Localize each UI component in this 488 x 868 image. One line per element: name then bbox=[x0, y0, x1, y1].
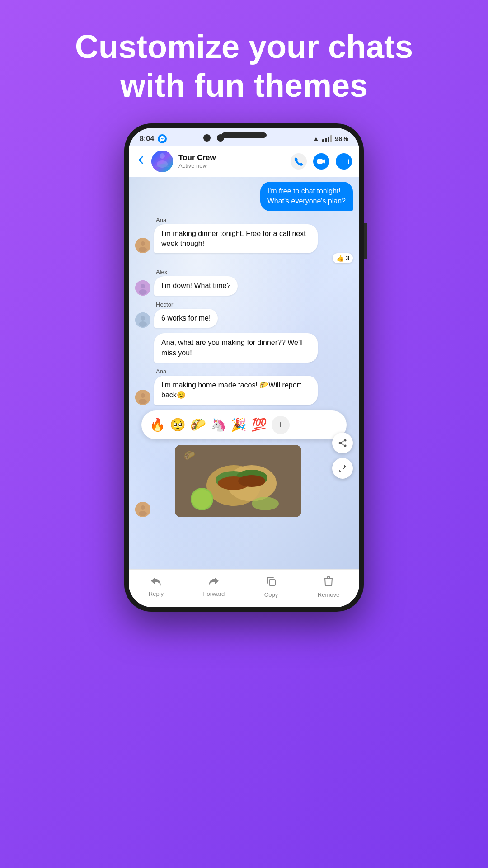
svg-point-17 bbox=[139, 399, 147, 404]
headline-line1: Customize your chats bbox=[75, 28, 413, 65]
signal-bars bbox=[322, 135, 332, 142]
wifi-icon: ▲ bbox=[313, 135, 319, 142]
info-button[interactable]: i i bbox=[336, 153, 352, 170]
food-image: 🌮 bbox=[175, 445, 301, 517]
status-right: ▲ 98% bbox=[313, 135, 348, 142]
reply-icon bbox=[150, 576, 162, 589]
header-actions: i i bbox=[291, 153, 352, 170]
message-bubble-ana-1: I'm making dinner tonight. Free for a ca… bbox=[154, 224, 318, 254]
svg-point-19 bbox=[141, 505, 145, 510]
group-name: Tour Crew bbox=[178, 153, 285, 162]
emoji-pleading[interactable]: 🥺 bbox=[170, 417, 186, 432]
battery-display: 98% bbox=[335, 135, 348, 142]
svg-point-8 bbox=[139, 247, 147, 252]
avatar-ana-food bbox=[135, 502, 150, 517]
reply-action[interactable]: Reply bbox=[149, 576, 164, 598]
share-button[interactable] bbox=[332, 433, 353, 453]
chat-area: I'm free to chat tonight!What's everyone… bbox=[129, 177, 359, 569]
copy-action[interactable]: Copy bbox=[264, 576, 278, 598]
svg-point-20 bbox=[139, 511, 147, 516]
message-group-hector-2: Ana, what are you making for dinner?? We… bbox=[135, 333, 353, 363]
message-row: Ana, what are you making for dinner?? We… bbox=[135, 333, 353, 363]
sender-name-alex: Alex bbox=[156, 269, 353, 275]
svg-point-10 bbox=[141, 284, 145, 288]
reply-label: Reply bbox=[149, 590, 164, 597]
video-call-button[interactable] bbox=[313, 153, 329, 170]
call-button[interactable] bbox=[291, 153, 307, 170]
status-left: 8:04 bbox=[140, 134, 167, 143]
phone-screen: 8:04 ▲ 98% bbox=[129, 128, 359, 607]
phone-side-button bbox=[364, 223, 367, 259]
copy-label: Copy bbox=[264, 591, 278, 598]
svg-point-7 bbox=[141, 241, 145, 246]
svg-point-31 bbox=[252, 497, 279, 510]
avatar-alex bbox=[135, 280, 150, 296]
forward-label: Forward bbox=[203, 590, 225, 597]
avatar-ana-2 bbox=[135, 390, 150, 405]
time-display: 8:04 bbox=[140, 135, 154, 143]
svg-point-28 bbox=[238, 475, 265, 487]
avatar-hector bbox=[135, 312, 150, 328]
food-image-content: 🌮 bbox=[175, 445, 301, 517]
food-image-row: 🌮 bbox=[135, 445, 353, 517]
message-bubble-alex: I'm down! What time? bbox=[154, 276, 238, 295]
message-bubble-hector-1: 6 works for me! bbox=[154, 309, 218, 328]
svg-text:🌮: 🌮 bbox=[184, 450, 195, 461]
message-out-1: I'm free to chat tonight!What's everyone… bbox=[135, 182, 353, 211]
svg-line-36 bbox=[341, 441, 344, 443]
chat-messages: I'm free to chat tonight!What's everyone… bbox=[129, 177, 359, 522]
forward-icon bbox=[208, 576, 220, 589]
group-avatar[interactable] bbox=[151, 151, 173, 172]
phone-body: 8:04 ▲ 98% bbox=[124, 123, 364, 612]
message-group-ana-1: Ana I'm making dinner tonight. Free for … bbox=[135, 217, 353, 264]
phone-speaker bbox=[221, 132, 267, 138]
remove-icon bbox=[324, 576, 333, 590]
message-bubble-ana-2: I'm making home made tacos! 🌮Will report… bbox=[154, 376, 318, 405]
message-row: I'm down! What time? bbox=[135, 276, 353, 295]
phone-camera-left bbox=[203, 134, 211, 142]
emoji-add-button[interactable]: + bbox=[272, 416, 290, 434]
edit-button[interactable] bbox=[332, 458, 353, 479]
emoji-taco[interactable]: 🌮 bbox=[190, 417, 206, 432]
sender-name-ana-2: Ana bbox=[156, 368, 353, 375]
group-info: Tour Crew Active now bbox=[178, 153, 285, 169]
phone-mockup: 8:04 ▲ 98% bbox=[122, 123, 366, 868]
remove-action[interactable]: Remove bbox=[318, 576, 339, 598]
svg-point-11 bbox=[139, 289, 147, 295]
svg-point-33 bbox=[344, 439, 347, 441]
svg-point-2 bbox=[160, 153, 165, 159]
message-group-ana-2: Ana I'm making home made tacos! 🌮Will re… bbox=[135, 368, 353, 405]
svg-line-37 bbox=[341, 443, 344, 445]
emoji-100[interactable]: 💯 bbox=[251, 417, 267, 432]
outgoing-message-bubble: I'm free to chat tonight!What's everyone… bbox=[260, 182, 353, 211]
copy-icon bbox=[266, 576, 277, 590]
group-status: Active now bbox=[178, 162, 285, 169]
reaction-badge: 👍 3 bbox=[333, 253, 353, 263]
svg-point-35 bbox=[344, 444, 347, 447]
chat-header: Tour Crew Active now bbox=[129, 146, 359, 177]
svg-rect-38 bbox=[269, 580, 275, 585]
message-bubble-hector-2: Ana, what are you making for dinner?? We… bbox=[154, 333, 318, 363]
message-row: 6 works for me! bbox=[135, 309, 353, 328]
emoji-unicorn[interactable]: 🦄 bbox=[211, 417, 226, 432]
svg-point-34 bbox=[339, 442, 341, 444]
svg-point-14 bbox=[139, 321, 147, 327]
sender-name-ana: Ana bbox=[156, 217, 353, 223]
messenger-notification-icon bbox=[158, 134, 167, 143]
emoji-reaction-bar: 🔥 🥺 🌮 🦄 🎉 💯 + bbox=[141, 410, 347, 439]
svg-point-16 bbox=[141, 393, 145, 398]
emoji-party[interactable]: 🎉 bbox=[231, 417, 247, 432]
bottom-action-bar: Reply Forward bbox=[129, 569, 359, 607]
back-button[interactable] bbox=[136, 155, 146, 168]
remove-label: Remove bbox=[318, 591, 339, 598]
avatar-ana bbox=[135, 238, 150, 253]
forward-action[interactable]: Forward bbox=[203, 576, 225, 598]
svg-point-30 bbox=[192, 489, 212, 509]
phone-camera-right bbox=[217, 134, 224, 142]
emoji-fire[interactable]: 🔥 bbox=[150, 417, 165, 432]
message-group-alex: Alex I'm down! What time? bbox=[135, 269, 353, 295]
sender-name-hector: Hector bbox=[156, 301, 353, 308]
svg-text:i: i bbox=[342, 158, 344, 165]
svg-point-13 bbox=[141, 316, 145, 321]
headline: Customize your chats with fun themes bbox=[39, 0, 449, 123]
